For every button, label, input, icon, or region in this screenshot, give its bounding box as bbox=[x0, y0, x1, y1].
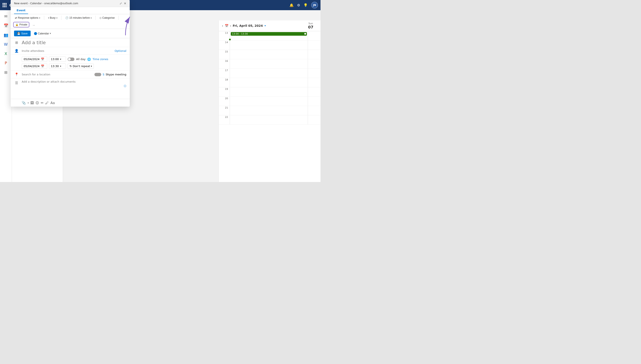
private-button[interactable]: 🔒 Private bbox=[13, 22, 29, 28]
time-slot-15: 15 bbox=[219, 50, 320, 59]
reminder-chevron-icon: ▾ bbox=[91, 17, 92, 19]
settings-icon[interactable]: ⚙ bbox=[297, 3, 300, 7]
busy-icon: ▪ bbox=[48, 16, 49, 19]
sidebar-mail-icon[interactable]: ✉ bbox=[2, 12, 10, 20]
sun-column-header: Sun 07 bbox=[304, 22, 317, 29]
help-icon[interactable]: 💡 bbox=[304, 3, 308, 7]
skype-toggle[interactable] bbox=[94, 73, 101, 76]
calendar-icon: 📅 bbox=[41, 58, 44, 61]
description-input[interactable] bbox=[22, 80, 126, 97]
end-date-input[interactable]: 05/04/2024 📅 bbox=[22, 64, 47, 69]
time-label-21: 21 bbox=[219, 106, 230, 115]
attendees-icon: 👤 bbox=[14, 49, 19, 53]
calendar-right-panel: ‹ 📅 › Fri, April 05, 2024 ▾ Sun 07 13 13… bbox=[219, 20, 320, 182]
avatar[interactable]: JN bbox=[311, 2, 318, 8]
notification-icon[interactable]: 🔔 bbox=[289, 3, 294, 7]
busy-label: Busy bbox=[50, 16, 56, 19]
allday-label: All day bbox=[76, 58, 86, 61]
cal-nav-next-button[interactable]: › bbox=[230, 24, 231, 28]
sun-cell-22 bbox=[308, 115, 320, 124]
title-input[interactable] bbox=[22, 40, 126, 45]
time-cell-21[interactable] bbox=[230, 106, 308, 115]
time-label-20: 20 bbox=[219, 97, 230, 106]
attach-chevron-icon[interactable]: ▾ bbox=[28, 102, 29, 104]
time-label-15: 15 bbox=[219, 50, 230, 59]
modal-toolbar: ⇄ Response options ▾ ▪ Busy ▾ 🕐 15 minut… bbox=[11, 14, 130, 29]
time-cell-18[interactable] bbox=[230, 78, 308, 87]
lock-icon: 🔒 bbox=[15, 23, 19, 26]
time-cell-19[interactable] bbox=[230, 87, 308, 96]
save-button[interactable]: 💾 Save bbox=[14, 30, 31, 36]
format-icon[interactable]: Aa bbox=[50, 101, 55, 105]
event-modal: New event - Calendar - onecaldemo@outloo… bbox=[11, 0, 130, 106]
time-cell-14[interactable] bbox=[230, 40, 308, 50]
ink-icon[interactable]: ✏ bbox=[41, 101, 44, 105]
time-cell-20[interactable] bbox=[230, 97, 308, 106]
image-icon[interactable]: 🖼 bbox=[31, 101, 34, 105]
time-cell-17[interactable] bbox=[230, 68, 308, 78]
expand-icon[interactable]: ⤢ bbox=[120, 2, 122, 5]
start-date-input[interactable]: 05/04/2024 📅 bbox=[22, 56, 47, 62]
event-block-1300[interactable]: 13:00 - 13:30 bbox=[231, 32, 307, 36]
end-time-value: 13:30 bbox=[51, 64, 59, 68]
repeat-button[interactable]: ↻ Don't repeat ▾ bbox=[68, 64, 94, 69]
modal-save-area: 💾 Save Calendar ▾ bbox=[11, 29, 130, 38]
timezone-link[interactable]: Time zones bbox=[93, 58, 108, 61]
more-options-button[interactable]: ... bbox=[31, 22, 37, 27]
sidebar: ✉ 📅 👥 W X P ⊞ bbox=[0, 10, 12, 182]
time-cell-15[interactable] bbox=[230, 50, 308, 59]
toolbar-separator-2 bbox=[61, 16, 62, 20]
toolbar-separator-1 bbox=[44, 16, 44, 20]
location-icon: 📍 bbox=[14, 72, 19, 76]
categorise-button[interactable]: ◇ Categorise bbox=[98, 16, 116, 20]
response-icon: ⇄ bbox=[15, 16, 17, 19]
sun-cell-15 bbox=[308, 50, 320, 59]
time-cell-22[interactable] bbox=[230, 115, 308, 124]
tab-event[interactable]: Event bbox=[14, 7, 28, 14]
busy-button[interactable]: ▪ Busy ▾ bbox=[46, 16, 59, 20]
reminder-button[interactable]: 🕐 15 minutes before ▾ bbox=[64, 16, 93, 20]
highlight-icon[interactable]: 🖊 bbox=[45, 101, 49, 105]
save-icon: 💾 bbox=[17, 32, 21, 35]
location-input[interactable] bbox=[22, 73, 92, 76]
sidebar-word-icon[interactable]: W bbox=[2, 40, 10, 48]
calendar-selector-label: Calendar bbox=[38, 32, 49, 35]
sidebar-calendar-icon[interactable]: 📅 bbox=[2, 21, 10, 30]
time-slot-20: 20 bbox=[219, 97, 320, 106]
start-time-input[interactable]: 13:00 ▾ bbox=[49, 56, 66, 62]
attach-icon[interactable]: 📎 bbox=[22, 101, 26, 105]
skype-icon: S bbox=[103, 73, 104, 76]
location-row: 📍 S Skype meeting bbox=[11, 71, 130, 78]
attendees-input[interactable] bbox=[22, 49, 112, 52]
allday-toggle[interactable] bbox=[68, 58, 74, 61]
time-slot-22: 22 bbox=[219, 115, 320, 125]
time-cell-13[interactable]: 13:00 - 13:30 bbox=[230, 31, 308, 40]
cal-date-chevron[interactable]: ▾ bbox=[265, 24, 266, 27]
time-label-18: 18 bbox=[219, 78, 230, 87]
optional-link[interactable]: Optional bbox=[115, 49, 126, 52]
end-time-input[interactable]: 13:30 ▾ bbox=[49, 64, 66, 69]
time-slot-18: 18 bbox=[219, 78, 320, 87]
cal-nav-prev-button[interactable]: ‹ bbox=[222, 24, 223, 28]
time-slot-19: 19 bbox=[219, 87, 320, 97]
sidebar-excel-icon[interactable]: X bbox=[2, 49, 10, 58]
private-label: Private bbox=[19, 23, 27, 26]
apps-grid-icon[interactable] bbox=[3, 3, 7, 7]
response-options-button[interactable]: ⇄ Response options ▾ bbox=[13, 16, 42, 20]
skype-row: S Skype meeting bbox=[94, 73, 126, 76]
cal-date-title[interactable]: Fri, April 05, 2024 bbox=[233, 24, 263, 28]
modal-titlebar-icons: ⤢ ✕ bbox=[120, 2, 126, 5]
time-cell-16[interactable] bbox=[230, 59, 308, 68]
cal-day-view-button[interactable]: 📅 bbox=[225, 24, 229, 28]
calendar-selector-button[interactable]: Calendar ▾ bbox=[32, 31, 53, 36]
sidebar-apps-icon[interactable]: ⊞ bbox=[2, 68, 10, 76]
emoji-icon[interactable]: 😊 bbox=[36, 101, 39, 105]
sun-cell-17 bbox=[308, 68, 320, 78]
sun-cell-13 bbox=[308, 31, 320, 40]
sidebar-powerpoint-icon[interactable]: P bbox=[2, 58, 10, 67]
time-label-17: 17 bbox=[219, 68, 230, 78]
close-icon[interactable]: ✕ bbox=[124, 2, 126, 5]
sidebar-people-icon[interactable]: 👥 bbox=[2, 30, 10, 39]
globe-icon: 🌐 bbox=[87, 58, 91, 61]
cal-time-grid: 13 13:00 - 13:30 14 15 bbox=[219, 31, 320, 125]
